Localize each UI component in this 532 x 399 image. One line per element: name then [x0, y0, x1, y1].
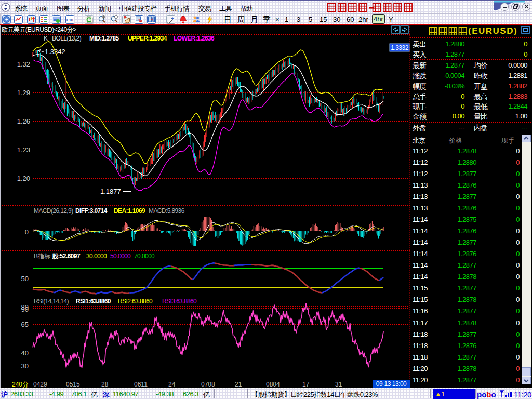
- svg-text:30: 30: [21, 362, 29, 370]
- svg-text:0515: 0515: [66, 381, 80, 388]
- svg-text:股:52.6097: 股:52.6097: [51, 252, 81, 260]
- svg-text:1.29: 1.29: [17, 89, 30, 97]
- svg-text:LOWER:1.2636: LOWER:1.2636: [174, 35, 215, 42]
- svg-text:1.20: 1.20: [17, 175, 30, 182]
- svg-text:MACD:5.8936: MACD:5.8936: [149, 207, 185, 215]
- svg-text:1.3332: 1.3332: [391, 44, 409, 51]
- svg-text:31: 31: [335, 381, 342, 388]
- svg-text:BOLL(13,2): BOLL(13,2): [52, 35, 82, 42]
- svg-text:1.23: 1.23: [17, 146, 30, 154]
- svg-text:1.26: 1.26: [17, 117, 30, 125]
- svg-text:MID:1.2785: MID:1.2785: [89, 35, 119, 42]
- svg-text:DEA:1.1069: DEA:1.1069: [114, 207, 145, 215]
- svg-text:B指标: B指标: [34, 252, 51, 260]
- svg-text:DIFF:3.0714: DIFF:3.0714: [75, 207, 108, 215]
- svg-text:RSI1:63.8860: RSI1:63.8860: [76, 298, 111, 305]
- svg-text:65: 65: [21, 321, 29, 328]
- svg-text:RSI2:63.8860: RSI2:63.8860: [118, 298, 153, 305]
- svg-text:30.0000: 30.0000: [86, 252, 107, 260]
- svg-text:0708: 0708: [201, 381, 215, 388]
- svg-text:F10: F10: [66, 18, 73, 22]
- svg-text:RSI(14,14,14): RSI(14,14,14): [34, 298, 69, 305]
- svg-text:50: 50: [21, 275, 29, 283]
- svg-text:RSI3:63.8860: RSI3:63.8860: [162, 298, 197, 305]
- svg-text:欧元美元(EURUSD)<240分>: 欧元美元(EURUSD)<240分>: [2, 26, 76, 33]
- svg-text:K: K: [44, 35, 48, 42]
- svg-text:0: 0: [25, 228, 29, 236]
- svg-text:28: 28: [101, 381, 109, 388]
- svg-text:17: 17: [302, 381, 310, 388]
- svg-text:0429: 0429: [33, 381, 47, 388]
- svg-text:09-13 13:00: 09-13 13:00: [376, 380, 407, 388]
- svg-text:90: 90: [21, 305, 29, 313]
- svg-text:24: 24: [168, 381, 176, 388]
- svg-text:0611: 0611: [134, 381, 148, 388]
- svg-text:21: 21: [235, 381, 242, 388]
- svg-text:40: 40: [21, 349, 29, 357]
- svg-text:240分: 240分: [12, 381, 29, 388]
- svg-text:MACD(26,12,9): MACD(26,12,9): [34, 207, 73, 215]
- svg-text:70.0000: 70.0000: [134, 252, 155, 260]
- svg-text:0804: 0804: [266, 381, 280, 388]
- svg-text:1.1877: 1.1877: [100, 188, 121, 195]
- svg-text:50.0000: 50.0000: [110, 252, 131, 260]
- svg-text:UPPER:1.2934: UPPER:1.2934: [128, 35, 167, 42]
- svg-text:1.32: 1.32: [17, 60, 30, 68]
